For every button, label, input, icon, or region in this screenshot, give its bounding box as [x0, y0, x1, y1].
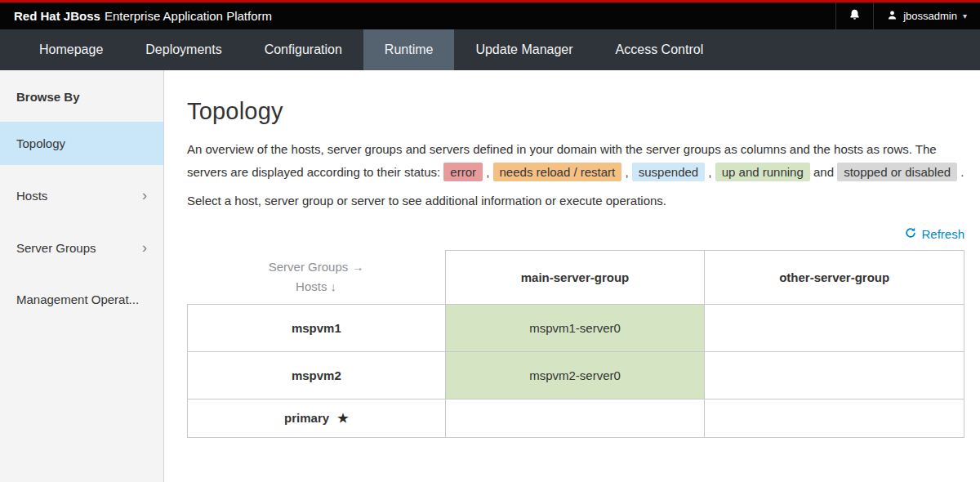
corner-server-groups-label: Server Groups → — [188, 257, 445, 277]
corner-hosts-label: Hosts ↓ — [188, 277, 445, 297]
host-label: primary — [284, 411, 329, 425]
separator: , — [708, 165, 711, 179]
separator: , — [486, 165, 489, 179]
brand-name-rest: Enterprise Application Platform — [105, 9, 272, 23]
column-header-main-server-group[interactable]: main-server-group — [445, 250, 705, 304]
refresh-icon — [905, 227, 916, 241]
refresh-button[interactable]: Refresh — [905, 227, 964, 241]
bell-icon — [849, 8, 861, 25]
sidebar: Browse By Topology Hosts › Server Groups… — [0, 70, 164, 482]
separator: . — [960, 165, 964, 179]
status-badge-up-and-running: up and running — [715, 163, 810, 181]
nav-item-homepage[interactable]: Homepage — [18, 29, 124, 70]
sidebar-item-server-groups[interactable]: Server Groups › — [0, 225, 163, 270]
masthead-utilities: jbossadmin ▾ — [835, 2, 980, 29]
intro-text: An overview of the hosts, server groups … — [187, 138, 964, 184]
refresh-label: Refresh — [921, 227, 964, 241]
nav-item-configuration[interactable]: Configuration — [243, 29, 363, 70]
domain-controller-star-icon: ★ — [337, 411, 348, 425]
host-cell-mspvm2[interactable]: mspvm2 — [188, 351, 446, 399]
host-cell-mspvm1[interactable]: mspvm1 — [188, 304, 446, 351]
table-row-mspvm1: mspvm1 mspvm1-server0 — [188, 304, 964, 351]
topology-table: Server Groups → Hosts ↓ main-server-grou… — [187, 250, 964, 438]
sidebar-heading: Browse By — [0, 70, 163, 122]
sidebar-item-label: Management Operat... — [16, 292, 139, 306]
server-cell-mspvm2-server0[interactable]: mspvm2-server0 — [445, 351, 705, 399]
select-hint-text: Select a host, server group or server to… — [187, 194, 964, 208]
server-cell-empty — [705, 399, 964, 437]
table-corner-legend: Server Groups → Hosts ↓ — [188, 250, 446, 304]
sidebar-item-hosts[interactable]: Hosts › — [0, 173, 163, 217]
notifications-button[interactable] — [835, 2, 873, 29]
user-name: jbossadmin — [903, 10, 957, 22]
sidebar-item-label: Hosts — [16, 189, 47, 203]
server-cell-empty — [705, 351, 964, 399]
server-cell-empty — [705, 304, 964, 351]
intro-sentence: An overview of the hosts, server groups … — [187, 142, 912, 156]
host-cell-primary[interactable]: primary ★ — [188, 399, 446, 437]
table-row-primary: primary ★ — [188, 399, 964, 437]
column-header-other-server-group[interactable]: other-server-group — [705, 250, 964, 304]
sidebar-item-topology[interactable]: Topology — [0, 122, 163, 165]
table-row-mspvm2: mspvm2 mspvm2-server0 — [188, 351, 964, 399]
main-content: Topology An overview of the hosts, serve… — [164, 70, 980, 482]
refresh-row: Refresh — [187, 227, 964, 242]
chevron-right-icon: › — [142, 188, 147, 203]
server-cell-mspvm1-server0[interactable]: mspvm1-server0 — [445, 304, 705, 351]
nav-item-update-manager[interactable]: Update Manager — [454, 29, 594, 70]
chevron-right-icon: › — [142, 240, 147, 255]
status-badge-needs-reload: needs reload / restart — [493, 163, 622, 181]
sidebar-item-management-operations[interactable]: Management Operat... — [0, 278, 163, 321]
user-icon — [887, 10, 898, 23]
sidebar-item-label: Topology — [16, 136, 65, 150]
primary-nav: Homepage Deployments Configuration Runti… — [0, 29, 980, 70]
status-badge-error: error — [443, 163, 483, 181]
nav-item-deployments[interactable]: Deployments — [124, 29, 243, 70]
server-cell-empty — [445, 399, 705, 437]
chevron-down-icon: ▾ — [963, 11, 967, 20]
separator: and — [813, 165, 834, 179]
status-badge-suspended: suspended — [632, 163, 705, 181]
status-badge-stopped-or-disabled: stopped or disabled — [837, 163, 957, 181]
sidebar-item-label: Server Groups — [16, 241, 96, 255]
page-title: Topology — [187, 98, 964, 125]
separator: , — [625, 165, 628, 179]
table-header-row: Server Groups → Hosts ↓ main-server-grou… — [188, 250, 964, 304]
nav-item-access-control[interactable]: Access Control — [595, 29, 725, 70]
user-menu[interactable]: jbossadmin ▾ — [873, 2, 980, 29]
nav-item-runtime[interactable]: Runtime — [363, 29, 455, 70]
masthead: Red Hat JBoss Enterprise Application Pla… — [0, 0, 980, 29]
brand-logo[interactable]: Red Hat JBoss Enterprise Application Pla… — [14, 2, 272, 29]
content-layout: Browse By Topology Hosts › Server Groups… — [0, 70, 980, 482]
brand-name-bold: Red Hat JBoss — [14, 9, 100, 23]
